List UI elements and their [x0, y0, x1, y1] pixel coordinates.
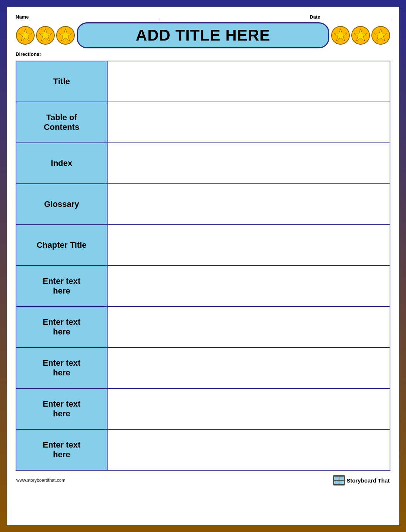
date-label: Date	[310, 14, 320, 20]
star-icon-left-1	[16, 26, 35, 45]
svg-rect-14	[339, 477, 344, 480]
star-icon-right-2	[351, 26, 370, 45]
page-inner: Name Date	[7, 7, 399, 525]
table-row: Enter texthere	[16, 429, 390, 470]
name-label: Name	[16, 14, 29, 20]
row-content-chapter[interactable]	[107, 225, 390, 266]
star-icon-left-2	[36, 26, 55, 45]
row-content-title[interactable]	[107, 61, 390, 102]
table-row: Enter texthere	[16, 388, 390, 429]
row-content-enter-2[interactable]	[107, 307, 390, 347]
star-icon-right-3	[371, 26, 390, 45]
row-label-enter-3: Enter texthere	[16, 347, 107, 388]
table-row: Enter texthere	[16, 307, 390, 347]
row-content-toc[interactable]	[107, 102, 390, 143]
row-label-enter-4: Enter texthere	[16, 388, 107, 429]
directions-label: Directions:	[16, 51, 390, 57]
row-label-glossary: Glossary	[16, 184, 107, 225]
table-row: Enter texthere	[16, 347, 390, 388]
name-field: Name	[16, 13, 159, 20]
date-line	[323, 20, 390, 20]
name-line	[32, 20, 159, 20]
title-banner[interactable]: ADD TITLE HERE	[77, 22, 329, 48]
row-content-glossary[interactable]	[107, 184, 390, 225]
row-content-enter-5[interactable]	[107, 429, 390, 470]
svg-rect-15	[334, 481, 339, 484]
row-label-toc: Table ofContents	[16, 102, 107, 143]
star-icon-left-3	[56, 26, 75, 45]
footer-brand: Storyboard That	[333, 475, 390, 485]
row-label-chapter: Chapter Title	[16, 225, 107, 266]
footer: www.storyboardthat.com Storyboard That	[16, 475, 390, 485]
title-banner-text: ADD TITLE HERE	[136, 26, 271, 44]
page-outer: Name Date	[0, 0, 406, 532]
brand-logo-icon	[333, 475, 345, 485]
row-label-enter-2: Enter texthere	[16, 307, 107, 347]
header-fields: Name Date	[16, 13, 390, 20]
title-row: ADD TITLE HERE	[16, 22, 390, 48]
row-label-enter-1: Enter texthere	[16, 266, 107, 307]
stars-right	[331, 26, 390, 45]
table-row: Chapter Title	[16, 225, 390, 266]
table-row: Table ofContents	[16, 102, 390, 143]
date-field: Date	[310, 13, 390, 20]
main-table: Title Table ofContents Index Glossary	[16, 61, 390, 471]
table-row: Enter texthere	[16, 266, 390, 307]
row-label-enter-5: Enter texthere	[16, 429, 107, 470]
row-content-index[interactable]	[107, 143, 390, 184]
star-icon-right-1	[331, 26, 350, 45]
row-label-title: Title	[16, 61, 107, 102]
footer-url: www.storyboardthat.com	[16, 478, 65, 483]
storyboard-logo-icon	[333, 476, 345, 485]
svg-rect-13	[334, 477, 339, 480]
brand-name: Storyboard That	[346, 477, 390, 484]
row-content-enter-1[interactable]	[107, 266, 390, 307]
svg-rect-16	[339, 481, 344, 484]
table-row: Index	[16, 143, 390, 184]
table-row: Glossary	[16, 184, 390, 225]
row-content-enter-3[interactable]	[107, 347, 390, 388]
row-label-index: Index	[16, 143, 107, 184]
stars-left	[16, 26, 75, 45]
table-row: Title	[16, 61, 390, 102]
row-content-enter-4[interactable]	[107, 388, 390, 429]
